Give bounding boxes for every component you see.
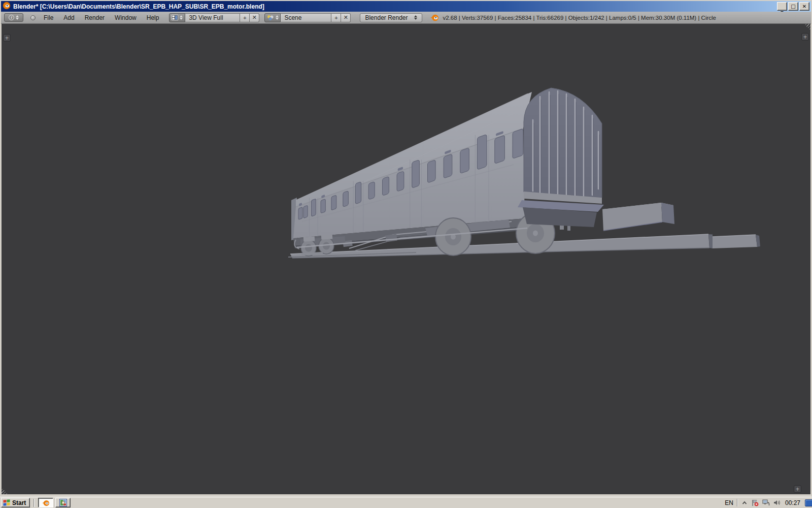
updown-arrows-icon — [414, 15, 417, 20]
close-button[interactable]: ✕ — [799, 2, 809, 11]
show-hidden-icons-chevron[interactable] — [741, 500, 748, 506]
screen-layout-icon[interactable] — [169, 13, 185, 22]
menu-help[interactable]: Help — [142, 14, 164, 21]
updown-arrows-icon — [180, 15, 183, 20]
app-icon — [59, 499, 67, 506]
start-label: Start — [12, 499, 26, 506]
minimize-button[interactable]: _ — [777, 2, 787, 11]
properties-panel-expand-button[interactable]: + — [801, 33, 809, 41]
hardware-device-icon[interactable] — [762, 499, 770, 506]
menu-window[interactable]: Window — [110, 14, 142, 21]
updown-arrows-icon — [16, 15, 19, 20]
tray-divider — [737, 499, 738, 506]
info-editor-icon: i — [9, 15, 14, 20]
start-button[interactable]: Start — [1, 498, 30, 507]
window-title: Blender* [C:\Users\Dan\Documents\Blender… — [13, 3, 264, 10]
add-layout-button[interactable]: + — [240, 13, 250, 22]
maximize-button[interactable]: □ — [788, 2, 798, 11]
3d-scene-canvas[interactable] — [2, 24, 810, 494]
scene-selector: Scene + ✕ — [264, 13, 351, 22]
blender-logo-icon — [430, 14, 439, 21]
render-engine-dropdown[interactable]: Blender Render — [360, 13, 422, 22]
blender-logo-icon — [3, 2, 11, 12]
screen-layout-selector: 3D View Full + ✕ — [169, 13, 259, 22]
taskbar-clock[interactable]: 00:27 — [785, 499, 800, 506]
editor-type-button[interactable]: i — [4, 13, 23, 22]
display-tray-icon[interactable] — [805, 499, 812, 506]
windows-logo-icon — [3, 499, 10, 506]
desktop: { "window": { "title": "Blender* [C:\\Us… — [0, 0, 812, 508]
language-indicator[interactable]: EN — [725, 499, 733, 506]
delete-scene-button[interactable]: ✕ — [341, 13, 351, 22]
add-scene-button[interactable]: + — [331, 13, 341, 22]
system-tray: EN 00:27 — [721, 497, 811, 508]
taskbar-button-app[interactable] — [55, 498, 71, 507]
delete-layout-button[interactable]: ✕ — [250, 13, 259, 22]
updown-arrows-icon — [276, 15, 279, 20]
taskbar-divider — [33, 499, 35, 507]
menu-add[interactable]: Add — [58, 14, 79, 21]
taskbar: Start EN — [0, 497, 812, 508]
window-controls: _ □ ✕ — [777, 2, 809, 11]
blender-header: i File Add Render Window Help 3D View Fu… — [1, 12, 811, 24]
render-engine-value: Blender Render — [365, 14, 408, 21]
panel-expand-button[interactable]: + — [794, 485, 801, 493]
scene-statistics: v2.68 | Verts:37569 | Faces:25834 | Tris… — [443, 15, 716, 21]
scene-name-field[interactable]: Scene — [281, 13, 331, 22]
menu-collapse-toggle[interactable] — [30, 15, 36, 20]
scene-icon[interactable] — [264, 13, 281, 22]
viewport-3d[interactable]: + + + — [2, 24, 810, 494]
titlebar[interactable]: Blender* [C:\Users\Dan\Documents\Blender… — [1, 1, 811, 12]
taskbar-button-blender[interactable] — [38, 498, 53, 507]
screen-layout-field[interactable]: 3D View Full — [185, 13, 240, 22]
toolshelf-expand-button[interactable]: + — [3, 34, 11, 42]
volume-speaker-icon[interactable] — [773, 499, 781, 506]
menu-file[interactable]: File — [39, 14, 58, 21]
menu-render[interactable]: Render — [80, 14, 110, 21]
blender-logo-icon — [42, 499, 50, 506]
security-alert-flag-icon[interactable] — [751, 499, 759, 506]
